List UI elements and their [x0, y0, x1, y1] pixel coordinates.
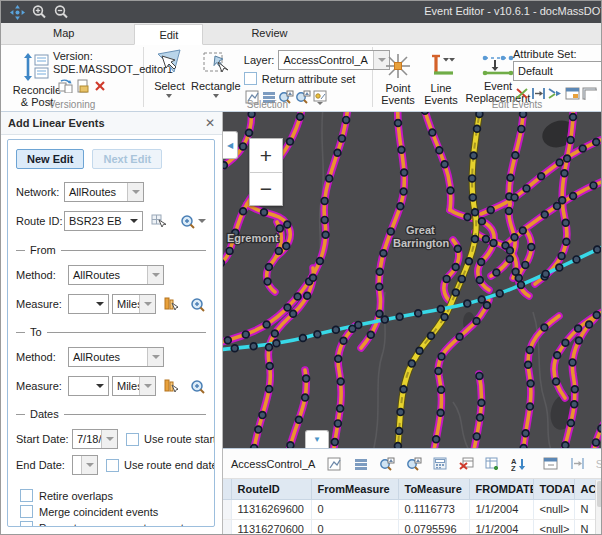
retire-overlaps-checkbox[interactable]: [20, 489, 33, 502]
versioning-group: Reconcile & Post Version: SDE.MASSDOT_ed…: [1, 45, 143, 111]
new-version-icon[interactable]: [74, 78, 91, 94]
point-events-button[interactable]: Point Events: [377, 49, 419, 106]
attribute-set-label: Attribute Set:: [513, 48, 577, 60]
chevron-down-icon[interactable]: [126, 212, 142, 230]
zoom-measure-icon[interactable]: [190, 378, 206, 394]
column-header-fromdate[interactable]: FROMDATE: [469, 479, 533, 499]
from-measure-label: Measure:: [16, 298, 68, 310]
table-row[interactable]: 11316270600 0 0.0795596 1/1/2004 <null> …: [223, 519, 602, 535]
to-method-select[interactable]: AllRoutes: [68, 347, 164, 367]
chevron-down-icon[interactable]: [101, 430, 117, 448]
pan-selected-icon[interactable]: [404, 456, 423, 472]
svg-text:Z: Z: [511, 464, 516, 471]
cell-frommeasure: 0: [311, 519, 398, 535]
prevent-measures-label: Prevent measures not on route: [39, 522, 190, 528]
cell-fromdate: 1/1/2004: [469, 519, 533, 535]
from-section-divider: From: [16, 244, 206, 256]
column-header-tomeasure[interactable]: ToMeasure: [398, 479, 469, 499]
column-header-frommeasure[interactable]: FromMeasure: [311, 479, 398, 499]
chevron-down-icon[interactable]: [127, 183, 143, 201]
panel-body: New Edit Next Edit Network: AllRoutes Ro…: [7, 139, 215, 527]
delete-version-icon[interactable]: [91, 78, 108, 94]
event-replacement-icon: [480, 52, 516, 80]
new-edit-button[interactable]: New Edit: [16, 149, 84, 169]
map-zoom-out-button[interactable]: −: [250, 172, 282, 205]
zoom-selected-icon[interactable]: [378, 456, 397, 472]
map-zoom-in-button[interactable]: +: [250, 139, 282, 172]
use-route-start-checkbox[interactable]: [126, 433, 139, 446]
collapse-table-icon[interactable]: ▼: [305, 430, 329, 448]
zoom-measure-icon[interactable]: [190, 296, 206, 312]
chevron-down-icon[interactable]: [81, 456, 97, 474]
edit-events-group-label: Edit Events: [477, 99, 557, 110]
point-events-icon: [384, 52, 412, 82]
tab-edit[interactable]: Edit: [134, 24, 203, 45]
attribute-panel-icon[interactable]: [581, 85, 598, 101]
split-measure-icon[interactable]: [567, 456, 586, 472]
measure-select-icon[interactable]: [164, 378, 178, 394]
select-tool-label: Select: [154, 80, 185, 92]
zoom-out-icon[interactable]: [51, 3, 71, 21]
tab-map[interactable]: Map: [29, 23, 98, 44]
route-id-select[interactable]: BSR23 EB: [64, 211, 143, 231]
calculate-icon[interactable]: [430, 456, 449, 472]
row-selector-header: [223, 479, 231, 499]
end-date-input[interactable]: [72, 455, 98, 475]
attribute-set-select[interactable]: Default: [513, 61, 602, 81]
column-header-todate[interactable]: TODATE: [533, 479, 574, 499]
map-canvas[interactable]: Egremont Great Barrington ◀ + − ▼: [223, 112, 602, 448]
pan-icon[interactable]: [7, 3, 27, 21]
route-select-icon[interactable]: [151, 213, 166, 229]
use-route-end-checkbox[interactable]: [106, 459, 119, 472]
compare-versions-icon[interactable]: [57, 78, 74, 94]
rectangle-tool-button[interactable]: Rectangle: [191, 45, 241, 111]
from-measure-input[interactable]: [68, 294, 109, 314]
layer-label: Layer:: [244, 54, 275, 66]
route-id-label: Route ID:: [16, 215, 64, 227]
attribute-window-icon[interactable]: [541, 456, 560, 472]
versioning-group-label: Versioning: [1, 99, 143, 110]
next-edit-button[interactable]: Next Edit: [92, 149, 162, 169]
close-icon[interactable]: ✕: [205, 116, 215, 130]
from-method-select[interactable]: AllRoutes: [68, 265, 164, 285]
tab-review[interactable]: Review: [227, 23, 311, 44]
column-header-routeid[interactable]: RouteID: [231, 479, 311, 499]
from-units-select[interactable]: Miles: [112, 294, 156, 314]
panel-header: Add Linear Events ✕: [1, 112, 222, 135]
sort-ascending-icon[interactable]: AZ: [509, 456, 528, 472]
town-label-barrington: Barrington: [393, 237, 450, 249]
measure-select-icon[interactable]: [164, 296, 178, 312]
chevron-down-icon[interactable]: [139, 295, 155, 313]
chevron-down-icon[interactable]: [92, 295, 108, 313]
to-units-select[interactable]: Miles: [112, 376, 156, 396]
select-tool-button[interactable]: Select: [148, 45, 191, 111]
table-scrollbar[interactable]: [595, 480, 602, 535]
collapse-panel-icon[interactable]: ◀: [223, 131, 238, 159]
chevron-down-icon[interactable]: [147, 348, 163, 366]
prevent-measures-checkbox[interactable]: [20, 521, 33, 527]
clear-selection-icon[interactable]: [457, 456, 476, 472]
chevron-down-icon[interactable]: [147, 266, 163, 284]
zoom-route-icon[interactable]: [180, 213, 206, 229]
return-attribute-set-label: Return attribute set: [262, 73, 356, 85]
add-record-icon[interactable]: [483, 456, 502, 472]
merge-coincident-label: Merge coincident events: [39, 506, 158, 518]
chevron-down-icon[interactable]: [92, 377, 108, 395]
window-title: Event Editor - v10.6.1 - docMassDOT: [424, 5, 602, 17]
cell-todate: <null>: [533, 499, 574, 519]
network-select[interactable]: AllRoutes: [64, 182, 144, 202]
town-label-great: Great: [406, 224, 435, 236]
to-measure-input[interactable]: [68, 376, 109, 396]
start-date-input[interactable]: 7/18/: [72, 429, 118, 449]
table-row[interactable]: 11316269600 0 0.1116773 1/1/2004 <null> …: [223, 499, 602, 519]
selection-list-icon[interactable]: [352, 456, 371, 472]
line-events-button[interactable]: Line Events: [421, 49, 461, 106]
merge-coincident-checkbox[interactable]: [20, 505, 33, 518]
select-features-icon[interactable]: [325, 456, 344, 472]
clipped-toolbar-button[interactable]: S: [596, 458, 602, 470]
attribute-window-icon[interactable]: [564, 85, 581, 101]
return-attribute-set-checkbox[interactable]: [244, 72, 257, 85]
zoom-in-icon[interactable]: [29, 3, 49, 21]
cell-tomeasure: 0.0795596: [398, 519, 469, 535]
chevron-down-icon[interactable]: [139, 377, 155, 395]
